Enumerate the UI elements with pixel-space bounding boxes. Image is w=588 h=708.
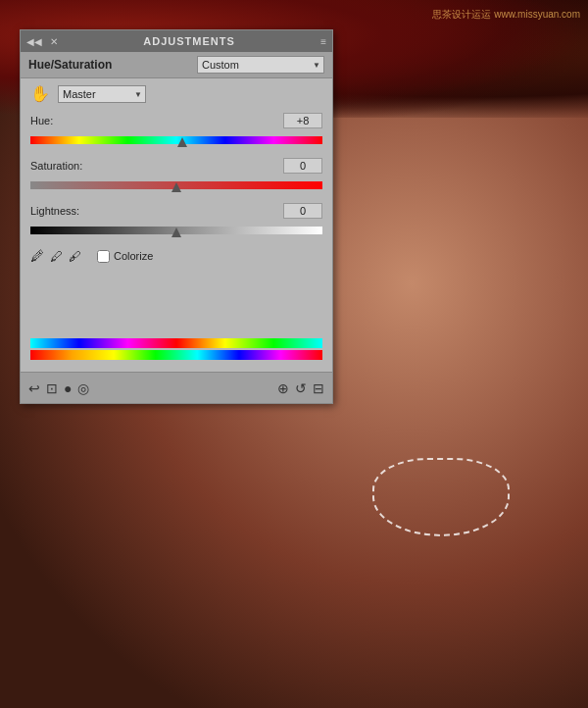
saturation-label: Saturation:: [30, 160, 82, 172]
eyedropper-icon[interactable]: 🖉: [30, 248, 44, 264]
saturation-label-row: Saturation:: [30, 158, 322, 174]
tools-row: 🖉 🖊 🖋 Colorize: [30, 248, 322, 264]
add-icon[interactable]: ⊕: [277, 380, 289, 396]
saturation-track: [30, 181, 322, 189]
saturation-value-input[interactable]: [283, 158, 322, 174]
toolbar-right: ⊕ ↺ ⊟: [277, 380, 324, 396]
toggle-visibility-icon[interactable]: ●: [64, 380, 72, 396]
preset-select-wrapper: Custom Default Cyanotype Increase Satura…: [197, 56, 324, 74]
spectrum-bottom-bar: [30, 350, 322, 360]
watermark: 思茶设计运运 www.missyuan.com: [432, 8, 580, 22]
lightness-label: Lightness:: [30, 205, 79, 217]
panel-close-btn[interactable]: ✕: [50, 36, 58, 47]
new-adjustment-icon[interactable]: ⊡: [46, 380, 58, 396]
panel-title-controls: ◀◀ ✕: [26, 36, 58, 47]
lip-selection-outline: [372, 458, 510, 536]
panel-menu-btn[interactable]: ≡: [320, 36, 326, 47]
eyedropper-subtract-icon[interactable]: 🖋: [69, 249, 81, 264]
hue-track-container[interactable]: [30, 130, 322, 150]
empty-area: [30, 272, 322, 330]
adjustments-panel: ◀◀ ✕ ADJUSTMENTS ≡ Hue/Saturation Custom…: [20, 29, 333, 404]
panel-title: ADJUSTMENTS: [143, 35, 235, 47]
view-icon[interactable]: ◎: [77, 380, 89, 396]
panel-body: ✋ Master Reds Yellows Greens Cyans Blues…: [21, 78, 332, 372]
preset-select[interactable]: Custom Default Cyanotype Increase Satura…: [197, 56, 324, 74]
reset-icon[interactable]: ↩: [28, 380, 40, 396]
channel-row: ✋ Master Reds Yellows Greens Cyans Blues…: [30, 84, 322, 103]
saturation-slider-row: Saturation:: [30, 158, 322, 195]
channel-select[interactable]: Master Reds Yellows Greens Cyans Blues M…: [58, 85, 146, 103]
spectrum-top-bar: [30, 338, 322, 348]
delete-icon[interactable]: ⊟: [313, 380, 324, 396]
colorize-wrapper: Colorize: [97, 250, 153, 263]
lightness-track: [30, 227, 322, 234]
hue-track: [30, 136, 322, 144]
panel-collapse-btn[interactable]: ◀◀: [26, 36, 42, 47]
hue-label-row: Hue:: [30, 113, 322, 128]
saturation-thumb[interactable]: [172, 178, 181, 192]
hand-tool-icon[interactable]: ✋: [30, 84, 50, 103]
colorize-label[interactable]: Colorize: [114, 250, 153, 262]
panel-titlebar: ◀◀ ✕ ADJUSTMENTS ≡: [21, 30, 332, 52]
hue-slider-row: Hue:: [30, 113, 322, 150]
lightness-track-container[interactable]: [30, 221, 322, 240]
hs-label: Hue/Saturation: [28, 58, 112, 72]
colorize-checkbox[interactable]: [97, 250, 110, 263]
lightness-value-input[interactable]: [283, 203, 322, 219]
lightness-slider-row: Lightness:: [30, 203, 322, 240]
spectrum-container: [30, 338, 322, 360]
saturation-track-container[interactable]: [30, 176, 322, 195]
refresh-icon[interactable]: ↺: [295, 380, 307, 396]
hs-header: Hue/Saturation Custom Default Cyanotype …: [21, 52, 332, 78]
channel-select-wrapper: Master Reds Yellows Greens Cyans Blues M…: [58, 85, 146, 103]
lightness-thumb[interactable]: [172, 224, 181, 237]
lightness-label-row: Lightness:: [30, 203, 322, 219]
eyedropper-add-icon[interactable]: 🖊: [50, 249, 63, 264]
hue-thumb[interactable]: [177, 133, 187, 147]
panel-toolbar: ↩ ⊡ ● ◎ ⊕ ↺ ⊟: [21, 372, 332, 403]
hue-label: Hue:: [30, 115, 53, 126]
hue-value-input[interactable]: [283, 113, 322, 128]
toolbar-left: ↩ ⊡ ● ◎: [28, 380, 89, 396]
